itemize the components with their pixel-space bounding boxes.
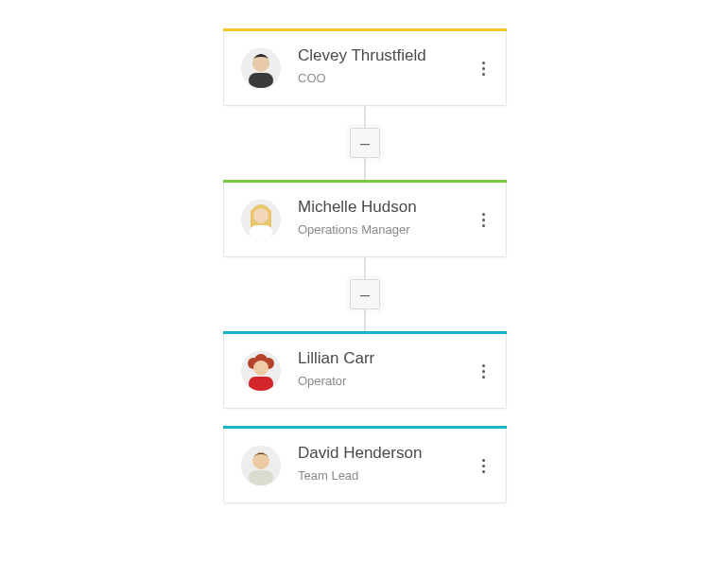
collapse-toggle[interactable]: – [350, 128, 380, 158]
org-card: David Henderson Team Lead [223, 426, 507, 503]
org-card: Michelle Hudson Operations Manager [223, 180, 507, 257]
accent-stripe [223, 331, 507, 334]
person-name: Clevey Thrustfield [298, 46, 426, 65]
person-name: David Henderson [298, 444, 422, 463]
more-options-icon[interactable] [474, 359, 493, 383]
svg-rect-11 [249, 377, 273, 391]
collapse-toggle[interactable]: – [350, 279, 380, 309]
org-card: Clevey Thrustfield COO [223, 28, 507, 106]
svg-point-4 [253, 208, 269, 223]
person-name: Lillian Carr [298, 349, 374, 368]
more-options-icon[interactable] [474, 453, 493, 478]
person-role: Operator [298, 374, 346, 388]
accent-stripe [223, 180, 507, 183]
person-role: Team Lead [298, 468, 358, 483]
avatar [241, 446, 281, 485]
org-card: Lillian Carr Operator [223, 331, 507, 409]
org-chart: Clevey Thrustfield COO – Michelle Hudson… [0, 0, 728, 581]
svg-point-10 [253, 361, 269, 376]
avatar [241, 200, 281, 239]
svg-rect-14 [249, 470, 273, 485]
person-role: Operations Manager [298, 222, 410, 237]
person-role: COO [298, 71, 326, 85]
person-name: Michelle Hudson [298, 198, 417, 217]
avatar [241, 351, 281, 391]
svg-point-13 [252, 452, 269, 469]
more-options-icon[interactable] [474, 56, 493, 80]
svg-rect-2 [249, 73, 273, 88]
accent-stripe [223, 426, 507, 429]
svg-rect-5 [250, 225, 272, 239]
avatar [241, 48, 281, 88]
more-options-icon[interactable] [474, 207, 493, 232]
accent-stripe [223, 28, 507, 31]
